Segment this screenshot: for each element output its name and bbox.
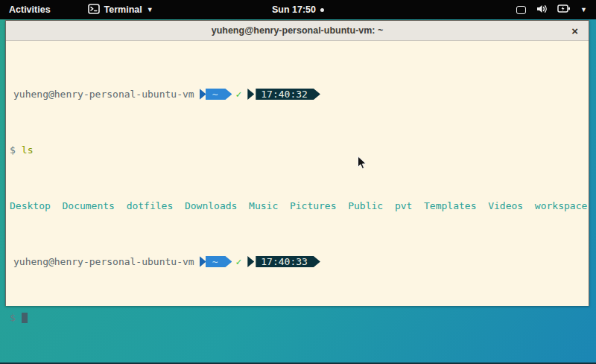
powerline-arrow-icon [200, 256, 206, 267]
app-menu-label: Terminal [104, 4, 142, 15]
prompt-host: yuheng@henry-personal-ubuntu-vm [13, 89, 194, 100]
directory-name: Documents [62, 200, 114, 211]
chevron-down-icon: ▼ [580, 7, 587, 13]
prompt-symbol: $ [10, 312, 16, 323]
powerline-arrow-icon [247, 89, 254, 100]
input-line: $ [7, 312, 587, 323]
directory-name: Desktop [10, 200, 51, 211]
prompt-symbol: $ [10, 144, 16, 156]
notification-dot-icon [320, 8, 324, 12]
typed-command: ls [22, 144, 34, 156]
directory-name: Templates [424, 200, 476, 211]
app-menu-terminal[interactable]: Terminal ▼ [80, 0, 161, 19]
terminal-window: yuheng@henry-personal-ubuntu-vm: ~ × yuh… [5, 20, 589, 306]
status-check-icon: ✓ [235, 256, 241, 267]
terminal-screen[interactable]: yuheng@henry-personal-ubuntu-vm ~ ✓ 17:4… [6, 41, 589, 306]
battery-charging-icon [557, 4, 571, 16]
status-check-icon: ✓ [235, 89, 241, 100]
prompt-line: yuheng@henry-personal-ubuntu-vm ~ ✓ 17:4… [7, 89, 587, 100]
top-bar-left: Activities Terminal ▼ [0, 0, 161, 19]
directory-name: Public [348, 200, 383, 211]
prompt-time: 17:40:32 [256, 89, 320, 100]
directory-name: Pictures [290, 200, 337, 211]
prompt-path-segment: ~ [206, 256, 232, 267]
clock-button[interactable]: Sun 17:50 [264, 0, 332, 19]
directory-name: Music [249, 200, 278, 211]
directory-name: pvt [395, 200, 412, 211]
display-icon [516, 6, 526, 14]
text-cursor [22, 313, 28, 323]
powerline-arrow-icon [247, 256, 254, 267]
ls-output-line: Desktop Documents dotfiles Downloads Mus… [7, 200, 587, 211]
desktop: Activities Terminal ▼ Sun 17:50 [0, 0, 596, 364]
directory-name: Downloads [185, 200, 237, 211]
prompt-time: 17:40:33 [256, 256, 320, 267]
window-title: yuheng@henry-personal-ubuntu-vm: ~ [212, 25, 384, 36]
system-status-menu[interactable]: ▼ [507, 0, 596, 19]
directory-name: Videos [488, 200, 523, 211]
chevron-down-icon: ▼ [147, 7, 153, 13]
clock-label: Sun 17:50 [272, 4, 316, 15]
directory-name: workspace [535, 200, 587, 211]
activities-button[interactable]: Activities [0, 0, 60, 19]
prompt-path-segment: ~ [206, 89, 232, 100]
volume-icon [536, 4, 548, 16]
prompt-host: yuheng@henry-personal-ubuntu-vm [13, 256, 194, 267]
window-titlebar[interactable]: yuheng@henry-personal-ubuntu-vm: ~ × [6, 21, 589, 41]
close-button[interactable]: × [571, 25, 578, 36]
directory-name: dotfiles [127, 200, 174, 211]
prompt-line: yuheng@henry-personal-ubuntu-vm ~ ✓ 17:4… [7, 256, 587, 267]
command-line: $ ls [7, 144, 587, 156]
terminal-app-icon [88, 4, 100, 16]
top-bar: Activities Terminal ▼ Sun 17:50 [0, 0, 596, 19]
powerline-arrow-icon [200, 89, 206, 100]
